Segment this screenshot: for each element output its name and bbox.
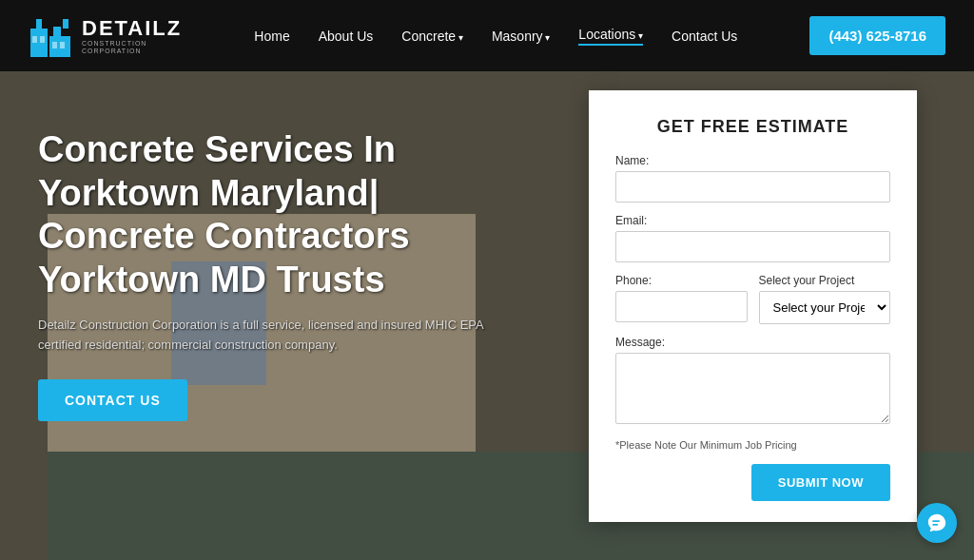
logo-brand: DETAILZ: [82, 17, 182, 40]
hero-description: Detailz Construction Corporation is a fu…: [38, 316, 495, 356]
nav-about[interactable]: About Us: [319, 29, 374, 44]
message-field-group: Message:: [615, 336, 890, 428]
hero-heading: Concrete Services In Yorktown Maryland| …: [38, 128, 495, 301]
phone-input[interactable]: [615, 291, 748, 322]
phone-button[interactable]: (443) 625-8716: [809, 16, 945, 55]
svg-rect-1: [36, 19, 42, 30]
email-label: Email:: [615, 214, 890, 227]
project-label: Select your Project: [759, 274, 891, 287]
hero-section: Concrete Services In Yorktown Maryland| …: [0, 71, 974, 560]
name-label: Name:: [615, 154, 890, 167]
chat-bubble-button[interactable]: [917, 503, 957, 543]
phone-field-group: Phone:: [615, 274, 748, 324]
message-input[interactable]: [615, 353, 890, 424]
email-field-group: Email:: [615, 214, 890, 262]
svg-rect-8: [60, 42, 65, 48]
nav-concrete[interactable]: Concrete: [401, 29, 463, 44]
project-field-group: Select your Project Select your Project …: [759, 274, 891, 324]
svg-rect-6: [40, 36, 45, 43]
name-field-group: Name:: [615, 154, 890, 203]
logo-sub1: CONSTRUCTION: [82, 40, 182, 48]
project-select[interactable]: Select your Project Concrete Masonry Dri…: [759, 291, 891, 324]
min-note: *Please Note Our Minimum Job Pricing: [615, 439, 890, 451]
contact-us-button[interactable]: CONTACT US: [38, 379, 187, 421]
svg-rect-5: [32, 36, 37, 43]
logo[interactable]: DETAILZ CONSTRUCTION CORPORATION: [29, 10, 182, 62]
nav-home[interactable]: Home: [254, 29, 289, 44]
site-header: DETAILZ CONSTRUCTION CORPORATION Home Ab…: [0, 0, 974, 71]
chat-icon: [926, 512, 947, 533]
logo-sub2: CORPORATION: [82, 48, 182, 55]
nav-contact[interactable]: Contact Us: [672, 29, 737, 44]
phone-project-row: Phone: Select your Project Select your P…: [615, 274, 890, 324]
name-input[interactable]: [615, 171, 890, 203]
logo-icon: [29, 10, 74, 62]
main-nav: Home About Us Concrete Masonry Locations…: [254, 27, 737, 46]
submit-button[interactable]: SUBMIT NOW: [751, 464, 890, 501]
submit-row: SUBMIT NOW: [615, 464, 890, 501]
email-input[interactable]: [615, 231, 890, 262]
phone-label: Phone:: [615, 274, 748, 287]
hero-content: Concrete Services In Yorktown Maryland| …: [38, 128, 495, 421]
estimate-form-panel: GET FREE ESTIMATE Name: Email: Phone: Se…: [589, 90, 917, 522]
nav-masonry[interactable]: Masonry: [492, 29, 550, 44]
message-label: Message:: [615, 336, 890, 349]
svg-rect-3: [53, 27, 61, 38]
svg-rect-7: [52, 42, 57, 48]
svg-rect-4: [63, 19, 68, 29]
nav-locations[interactable]: Locations: [578, 27, 643, 46]
form-title: GET FREE ESTIMATE: [615, 117, 890, 137]
